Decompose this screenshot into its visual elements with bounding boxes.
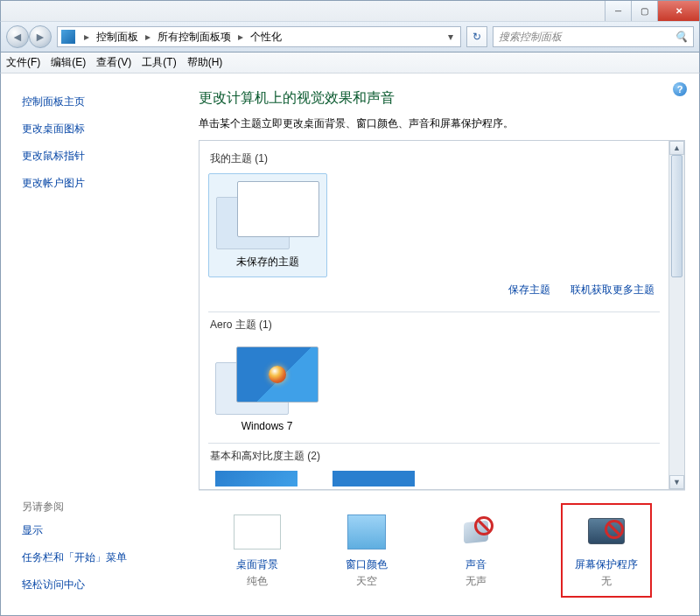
menu-help[interactable]: 帮助(H) [187, 55, 223, 70]
help-icon[interactable]: ? [673, 82, 687, 96]
themes-scrollbar[interactable]: ▲ ▼ [668, 141, 684, 489]
refresh-button[interactable]: ↻ [466, 26, 487, 47]
sidebar-display[interactable]: 显示 [22, 523, 185, 538]
theme-basic-2[interactable] [332, 471, 415, 486]
chevron-right-icon: ▸ [236, 31, 245, 43]
section-divider [208, 312, 660, 312]
address-bar[interactable]: ▸ 控制面板 ▸ 所有控制面板项 ▸ 个性化 ▾ [57, 26, 461, 47]
sidebar-home[interactable]: 控制面板主页 [22, 94, 185, 109]
scroll-down-icon[interactable]: ▼ [669, 475, 684, 489]
highlight-box: 屏幕保护程序 无 [561, 503, 652, 598]
maximize-button[interactable]: ▢ [631, 1, 657, 21]
setting-screensaver-label: 屏幕保护程序 [575, 557, 638, 572]
setting-sound[interactable]: 声音 无声 [452, 512, 500, 589]
sound-icon [457, 514, 495, 550]
page-title: 更改计算机上的视觉效果和声音 [199, 89, 685, 108]
navigation-bar: ◄ ► ▸ 控制面板 ▸ 所有控制面板项 ▸ 个性化 ▾ ↻ 搜索控制面板 🔍 [0, 21, 700, 52]
content-area: 控制面板主页 更改桌面图标 更改鼠标指针 更改帐户图片 另请参阅 显示 任务栏和… [0, 74, 700, 616]
settings-row: 桌面背景 纯色 窗口颜色 天空 声音 无声 屏幕保护程序 无 [199, 490, 685, 606]
setting-sound-label: 声音 [452, 557, 500, 572]
theme-unsaved-label: 未保存的主题 [216, 255, 319, 270]
link-save-theme[interactable]: 保存主题 [508, 284, 550, 296]
theme-windows7-label: Windows 7 [215, 420, 318, 432]
theme-basic-1[interactable] [215, 471, 298, 486]
scroll-up-icon[interactable]: ▲ [669, 141, 684, 155]
section-divider [208, 443, 660, 444]
screensaver-icon [585, 514, 627, 550]
setting-sound-value: 无声 [452, 574, 500, 589]
window-color-icon [347, 514, 386, 550]
disabled-icon [605, 520, 624, 539]
theme-unsaved[interactable]: 未保存的主题 [208, 173, 327, 277]
menu-tools[interactable]: 工具(T) [142, 55, 176, 70]
themes-panel: 我的主题 (1) 未保存的主题 保存主题 联机获取更多主题 Aero 主题 (1… [199, 140, 685, 490]
breadcrumb-level3[interactable]: 个性化 [248, 28, 284, 46]
setting-desktop-bg-label: 桌面背景 [233, 557, 282, 572]
page-subtitle: 单击某个主题立即更改桌面背景、窗口颜色、声音和屏幕保护程序。 [199, 116, 685, 131]
sidebar-desktop-icons[interactable]: 更改桌面图标 [22, 122, 185, 136]
setting-window-color[interactable]: 窗口颜色 天空 [342, 512, 391, 589]
personalization-icon [61, 30, 75, 44]
back-button[interactable]: ◄ [6, 25, 29, 48]
forward-button[interactable]: ► [29, 25, 52, 48]
sidebar: 控制面板主页 更改桌面图标 更改鼠标指针 更改帐户图片 另请参阅 显示 任务栏和… [1, 74, 185, 615]
menu-bar: 文件(F) 编辑(E) 查看(V) 工具(T) 帮助(H) [0, 52, 700, 74]
search-icon: 🔍 [675, 31, 688, 43]
section-aero-themes: Aero 主题 (1) [210, 318, 660, 332]
sidebar-mouse-pointers[interactable]: 更改鼠标指针 [22, 149, 185, 164]
sidebar-see-also-label: 另请参阅 [22, 500, 185, 514]
close-button[interactable]: ✕ [657, 1, 699, 21]
search-input[interactable]: 搜索控制面板 🔍 [493, 26, 694, 47]
search-placeholder: 搜索控制面板 [499, 30, 562, 45]
menu-edit[interactable]: 编辑(E) [51, 55, 86, 70]
chevron-right-icon: ▸ [82, 31, 91, 43]
menu-file[interactable]: 文件(F) [6, 55, 40, 70]
desktop-background-icon [234, 514, 281, 550]
sidebar-taskbar[interactable]: 任务栏和「开始」菜单 [22, 550, 185, 565]
disabled-icon [474, 516, 494, 536]
setting-window-color-value: 天空 [342, 574, 391, 589]
sidebar-account-picture[interactable]: 更改帐户图片 [22, 176, 185, 191]
setting-screensaver[interactable]: 屏幕保护程序 无 [575, 512, 638, 589]
theme-windows7[interactable]: Windows 7 [208, 340, 326, 439]
setting-screensaver-value: 无 [575, 574, 638, 589]
menu-view[interactable]: 查看(V) [96, 55, 131, 70]
breadcrumb-level1[interactable]: 控制面板 [94, 28, 140, 46]
chevron-right-icon: ▸ [144, 31, 152, 43]
main-panel: ? 更改计算机上的视觉效果和声音 单击某个主题立即更改桌面背景、窗口颜色、声音和… [185, 74, 699, 615]
link-get-online-themes[interactable]: 联机获取更多主题 [570, 284, 654, 296]
sidebar-ease-of-access[interactable]: 轻松访问中心 [22, 578, 185, 592]
address-dropdown-icon[interactable]: ▾ [444, 31, 457, 43]
minimize-button[interactable]: ─ [605, 1, 631, 21]
windows-orb-icon [269, 366, 286, 383]
section-basic-themes: 基本和高对比度主题 (2) [210, 449, 660, 464]
scroll-thumb[interactable] [671, 155, 682, 277]
section-my-themes: 我的主题 (1) [210, 151, 660, 166]
setting-desktop-background[interactable]: 桌面背景 纯色 [233, 512, 282, 589]
setting-window-color-label: 窗口颜色 [342, 557, 391, 572]
breadcrumb-level2[interactable]: 所有控制面板项 [156, 28, 233, 46]
window-titlebar: ─ ▢ ✕ [0, 0, 700, 21]
setting-desktop-bg-value: 纯色 [233, 574, 282, 589]
